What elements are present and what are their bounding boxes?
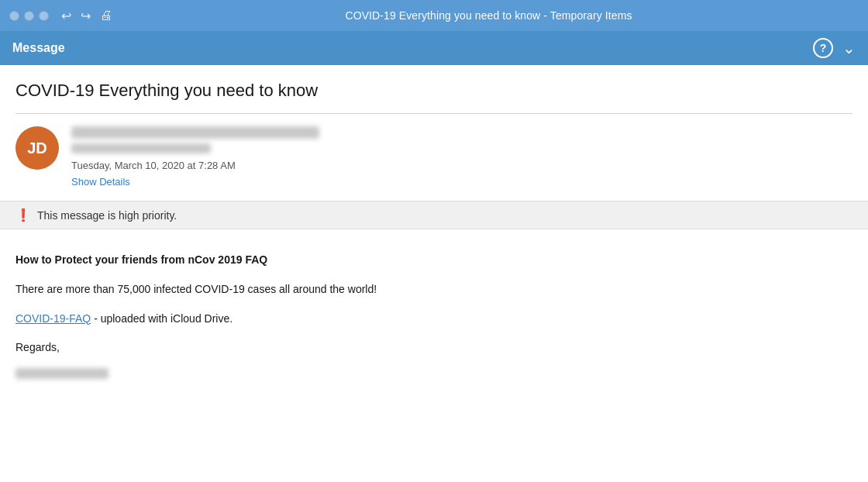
sender-email-blurred bbox=[71, 143, 211, 153]
back-icon[interactable]: ↩ bbox=[61, 9, 71, 23]
toolbar-right: ? ⌄ bbox=[813, 38, 856, 58]
priority-icon: ❗ bbox=[16, 208, 31, 222]
sender-row: JD Tuesday, March 10, 2020 at 7:28 AM Sh… bbox=[16, 126, 852, 188]
toolbar-label: Message bbox=[12, 41, 65, 55]
traffic-lights bbox=[9, 11, 49, 21]
window-title: COVID-19 Everything you need to know - T… bbox=[119, 9, 859, 22]
title-bar: ↩ ↪ 🖨 COVID-19 Everything you need to kn… bbox=[0, 0, 868, 31]
toolbar-left: Message bbox=[12, 41, 65, 55]
faq-link[interactable]: COVID-19-FAQ bbox=[16, 312, 91, 325]
sender-details: Tuesday, March 10, 2020 at 7:28 AM Show … bbox=[71, 126, 852, 188]
toolbar: Message ? ⌄ bbox=[0, 31, 868, 65]
forward-icon[interactable]: ↪ bbox=[81, 9, 91, 23]
priority-text: This message is high priority. bbox=[37, 209, 177, 222]
print-icon[interactable]: 🖨 bbox=[100, 9, 112, 22]
show-details-link[interactable]: Show Details bbox=[71, 176, 130, 188]
email-content: COVID-19 Everything you need to know JD … bbox=[0, 65, 868, 394]
sender-name-blurred bbox=[71, 126, 319, 139]
priority-banner: ❗ This message is high priority. bbox=[0, 201, 868, 229]
signature-blurred bbox=[16, 368, 108, 379]
close-button[interactable] bbox=[9, 11, 19, 21]
email-body: How to Protect your friends from nCov 20… bbox=[16, 248, 852, 379]
body-line-3: COVID-19-FAQ - uploaded with iCloud Driv… bbox=[16, 310, 852, 329]
subject-divider bbox=[16, 113, 852, 114]
minimize-button[interactable] bbox=[24, 11, 34, 21]
avatar: JD bbox=[16, 126, 59, 170]
body-line-1: How to Protect your friends from nCov 20… bbox=[16, 251, 852, 270]
email-subject: COVID-19 Everything you need to know bbox=[16, 81, 852, 101]
help-button[interactable]: ? bbox=[813, 38, 833, 58]
body-closing: Regards, bbox=[16, 339, 852, 357]
chevron-down-button[interactable]: ⌄ bbox=[842, 39, 856, 57]
sender-date: Tuesday, March 10, 2020 at 7:28 AM bbox=[71, 160, 852, 171]
chevron-down-icon: ⌄ bbox=[842, 39, 856, 57]
avatar-initials: JD bbox=[27, 139, 47, 157]
window-controls: ↩ ↪ 🖨 bbox=[61, 9, 112, 23]
body-line-2: There are more than 75,000 infected COVI… bbox=[16, 281, 852, 299]
maximize-button[interactable] bbox=[39, 11, 49, 21]
link-suffix: - uploaded with iCloud Drive. bbox=[91, 312, 232, 325]
